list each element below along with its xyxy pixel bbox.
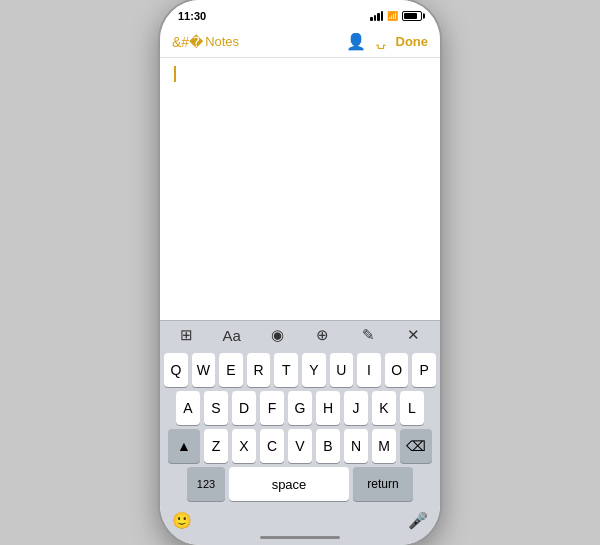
status-bar: 11:30 📶 [160,0,440,28]
close-keyboard-icon[interactable]: ✕ [400,326,428,344]
key-W[interactable]: W [192,353,216,387]
key-row-2: A S D F G H J K L [164,391,436,425]
key-row-4: 123 space return [164,467,436,501]
space-key[interactable]: space [229,467,349,501]
phone-frame: 11:30 📶 &#� Notes 👤 ⍽ Done [160,0,440,545]
status-icons: 📶 [370,11,422,21]
key-O[interactable]: O [385,353,409,387]
key-U[interactable]: U [330,353,354,387]
key-N[interactable]: N [344,429,368,463]
done-button[interactable]: Done [396,34,429,49]
chevron-left-icon: &#� [172,34,203,50]
key-J[interactable]: J [344,391,368,425]
share-user-icon[interactable]: 👤 [346,32,366,51]
emoji-icon[interactable]: 🙂 [172,511,192,530]
key-R[interactable]: R [247,353,271,387]
nav-bar: &#� Notes 👤 ⍽ Done [160,28,440,58]
signal-icon [370,11,383,21]
key-C[interactable]: C [260,429,284,463]
checklist-icon[interactable]: ◉ [263,326,291,344]
nav-actions: 👤 ⍽ Done [346,32,429,51]
share-icon[interactable]: ⍽ [376,34,386,49]
key-row-3: ▲ Z X C V B N M ⌫ [164,429,436,463]
key-E[interactable]: E [219,353,243,387]
key-row-1: Q W E R T Y U I O P [164,353,436,387]
key-F[interactable]: F [260,391,284,425]
key-Q[interactable]: Q [164,353,188,387]
key-H[interactable]: H [316,391,340,425]
key-I[interactable]: I [357,353,381,387]
keyboard: Q W E R T Y U I O P A S D F G H J K L ▲ … [160,349,440,507]
key-G[interactable]: G [288,391,312,425]
dictation-icon[interactable]: 🎤 [408,511,428,530]
battery-icon [402,11,422,21]
home-indicator-bar [160,536,440,545]
delete-key[interactable]: ⌫ [400,429,432,463]
shift-key[interactable]: ▲ [168,429,200,463]
key-D[interactable]: D [232,391,256,425]
text-cursor [174,66,176,82]
key-A[interactable]: A [176,391,200,425]
table-icon[interactable]: ⊞ [172,326,200,344]
status-time: 11:30 [178,10,206,22]
key-B[interactable]: B [316,429,340,463]
key-Y[interactable]: Y [302,353,326,387]
key-V[interactable]: V [288,429,312,463]
back-button[interactable]: &#� Notes [172,34,239,50]
return-key[interactable]: return [353,467,413,501]
numbers-key[interactable]: 123 [187,467,225,501]
key-K[interactable]: K [372,391,396,425]
text-format-icon[interactable]: Aa [218,327,246,344]
key-T[interactable]: T [274,353,298,387]
key-X[interactable]: X [232,429,256,463]
bottom-bar: 🙂 🎤 [160,507,440,536]
key-S[interactable]: S [204,391,228,425]
key-P[interactable]: P [412,353,436,387]
add-icon[interactable]: ⊕ [309,326,337,344]
key-Z[interactable]: Z [204,429,228,463]
wifi-icon: 📶 [387,11,398,21]
key-L[interactable]: L [400,391,424,425]
note-content[interactable] [160,58,440,320]
back-label: Notes [205,34,239,49]
pen-icon[interactable]: ✎ [354,326,382,344]
home-indicator [260,536,340,539]
keyboard-toolbar: ⊞ Aa ◉ ⊕ ✎ ✕ [160,320,440,349]
key-M[interactable]: M [372,429,396,463]
